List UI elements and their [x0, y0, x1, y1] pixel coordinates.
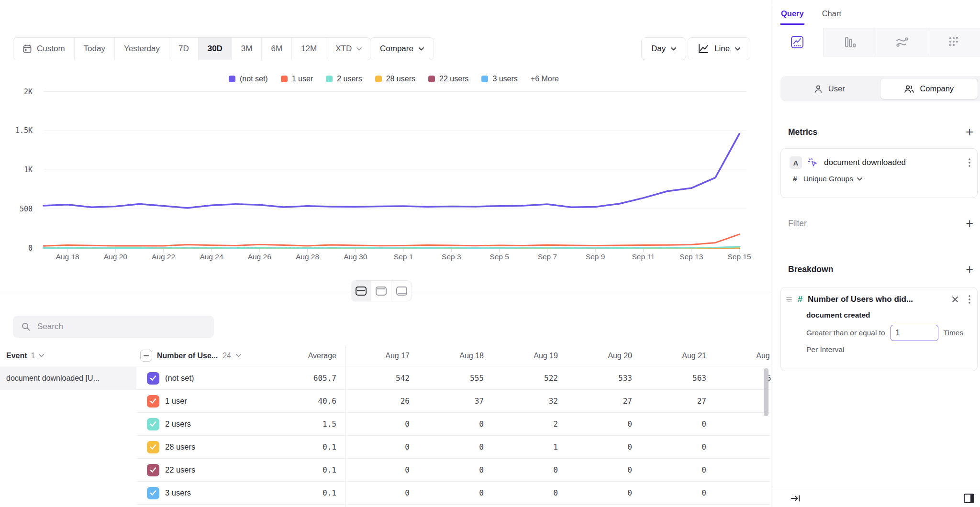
x-axis-label: Aug 18: [41, 253, 94, 261]
add-breakdown-button[interactable]: +: [966, 263, 973, 276]
date-column-header[interactable]: Aug 20: [568, 352, 642, 360]
event-column-header[interactable]: Event 1: [0, 352, 136, 360]
value-cell: 0: [642, 465, 716, 474]
measure-label: Unique Groups: [803, 175, 853, 183]
value-cell: 0: [568, 465, 642, 474]
date-column-header[interactable]: Aug 18: [419, 352, 493, 360]
table-scrollbar[interactable]: [764, 368, 768, 416]
chevron-down-icon: [857, 177, 862, 181]
search-input[interactable]: [37, 322, 206, 331]
search-box: [13, 316, 214, 338]
close-icon[interactable]: [952, 296, 958, 303]
row-checkbox[interactable]: [147, 464, 159, 476]
tab-query[interactable]: Query: [780, 6, 804, 25]
layout-chart-button[interactable]: [371, 281, 391, 301]
row-checkbox[interactable]: [147, 418, 159, 430]
side-panel-icon[interactable]: [963, 493, 975, 504]
average-cell: 0.1: [261, 442, 345, 452]
tab-chart[interactable]: Chart: [822, 6, 842, 25]
company-icon: [904, 84, 914, 94]
x-axis-label: Sep 7: [521, 253, 574, 261]
value-cell: 0: [642, 442, 716, 452]
chart-type-flow-tab[interactable]: [876, 28, 928, 56]
select-all-checkbox[interactable]: [140, 350, 152, 362]
bar-chart-icon: [842, 35, 857, 49]
layout-split-button[interactable]: [351, 281, 371, 301]
date-column-header[interactable]: Aug 21: [642, 352, 716, 360]
collapse-panel-icon[interactable]: [791, 494, 801, 503]
flow-chart-icon: [895, 35, 909, 49]
y-axis-label: 0: [5, 244, 33, 253]
table-row: 28 users 0.1001000: [136, 436, 771, 459]
event-header-label: Event: [6, 352, 27, 360]
event-list-item[interactable]: document downloaded [U...: [0, 367, 136, 390]
value-cell: 0: [345, 465, 419, 474]
table-row: 2 users 1.5002000: [136, 413, 771, 436]
add-filter-button[interactable]: +: [966, 217, 973, 230]
search-icon: [21, 322, 31, 331]
value-cell: 533: [716, 374, 771, 383]
table-row: 22 users 0.1000000: [136, 459, 771, 482]
layout-table-button[interactable]: [391, 281, 412, 301]
chart-type-tabs: [771, 28, 980, 56]
table-row: 1 user 40.6263732272728: [136, 390, 771, 413]
x-axis-label: Aug 20: [89, 253, 142, 261]
value-cell: 0: [568, 442, 642, 452]
row-checkbox[interactable]: [147, 487, 159, 499]
per-interval-label: Per Interval: [785, 345, 970, 354]
x-axis-label: Sep 3: [425, 253, 478, 261]
row-label: 3 users: [165, 488, 191, 497]
x-axis-label: Sep 5: [473, 253, 526, 261]
breakdown-title: Breakdown: [788, 265, 833, 275]
value-cell: 32: [493, 397, 568, 406]
y-axis-label: 1.5K: [5, 126, 33, 135]
line-chart: [0, 0, 771, 268]
measure-selector[interactable]: Unique Groups: [803, 175, 862, 183]
add-metric-button[interactable]: +: [966, 126, 973, 139]
times-value-input[interactable]: [891, 325, 938, 341]
row-label: 1 user: [165, 397, 187, 406]
group-column-header[interactable]: Number of Use... 24: [136, 350, 261, 362]
toggle-option-company[interactable]: Company: [880, 78, 979, 99]
value-cell: 0: [419, 419, 493, 429]
value-cell: 0: [493, 488, 568, 497]
chart-type-grid-tab[interactable]: [928, 28, 980, 56]
average-cell: 0.1: [261, 465, 345, 474]
x-axis-label: Aug 22: [137, 253, 190, 261]
value-cell: 533: [568, 374, 642, 383]
date-column-header[interactable]: Aug 22: [716, 352, 771, 360]
value-cell: 0: [419, 488, 493, 497]
chart-type-line-tab[interactable]: [771, 28, 823, 56]
user-label: User: [828, 84, 845, 93]
row-label: (not set): [165, 374, 194, 383]
breakdown-card[interactable]: # Number of Users who did... document cr…: [780, 287, 978, 371]
average-column-header[interactable]: Average: [261, 352, 345, 360]
company-label: Company: [920, 84, 954, 93]
event-header-count: 1: [31, 352, 35, 360]
chart-view-icon: [376, 287, 387, 296]
metric-event-name: document downloaded: [824, 158, 963, 167]
metric-card[interactable]: A document downloaded # Unique Groups: [780, 148, 978, 198]
kebab-menu-icon[interactable]: [969, 295, 970, 304]
date-column-header[interactable]: Aug 19: [493, 352, 568, 360]
value-cell: 0: [716, 465, 771, 474]
chart-main-area: CustomTodayYesterday7D30D3M6M12MXTD Comp…: [0, 0, 771, 507]
data-grid-icon: [947, 35, 961, 49]
event-pointer-icon: [808, 157, 818, 168]
row-checkbox[interactable]: [147, 372, 159, 385]
value-cell: 0: [568, 419, 642, 429]
layout-toggle-group: [351, 280, 412, 301]
toggle-option-user[interactable]: User: [780, 76, 878, 101]
group-header-count: 24: [223, 352, 231, 360]
row-label: 2 users: [165, 419, 191, 429]
date-column-header[interactable]: Aug 17: [345, 352, 419, 360]
kebab-menu-icon[interactable]: [969, 158, 970, 167]
user-company-toggle: User Company: [780, 76, 980, 101]
row-checkbox[interactable]: [147, 441, 159, 453]
breakdown-property-name: Number of Users who did...: [808, 295, 948, 304]
y-axis-label: 1K: [5, 165, 33, 174]
row-checkbox[interactable]: [147, 395, 159, 408]
drag-handle-icon[interactable]: [786, 297, 792, 302]
x-axis-label: Sep 11: [617, 253, 669, 261]
chart-type-bar-tab[interactable]: [823, 28, 875, 56]
